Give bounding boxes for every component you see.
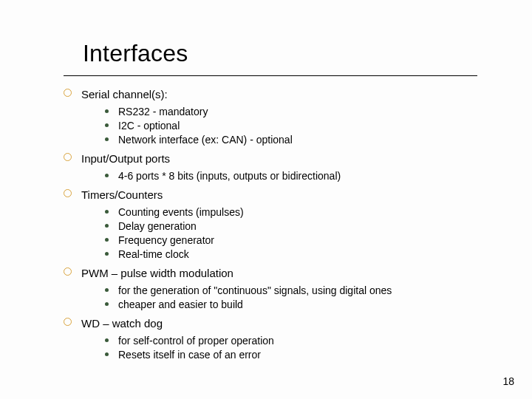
item-text: I2C - optional <box>118 120 180 132</box>
dot-icon <box>105 137 109 141</box>
dot-icon <box>105 123 109 127</box>
section-heading: Serial channel(s): <box>81 88 168 100</box>
item-text: 4-6 ports * 8 bits (inputs, outputs or b… <box>118 170 341 182</box>
list-item: Frequency generator <box>105 233 485 248</box>
sub-list: RS232 - mandatory I2C - optional Network… <box>81 105 485 147</box>
item-text: for self-control of proper operation <box>118 335 274 347</box>
dot-icon <box>105 238 109 242</box>
slide-content: Serial channel(s): RS232 - mandatory I2C… <box>64 87 485 366</box>
slide: Interfaces Serial channel(s): RS232 - ma… <box>0 0 532 399</box>
dot-icon <box>105 174 109 177</box>
item-text: RS232 - mandatory <box>118 106 208 117</box>
title-underline <box>64 75 477 76</box>
dot-icon <box>105 210 109 214</box>
list-item: for the generation of "continuous" signa… <box>105 284 485 298</box>
dot-icon <box>105 109 109 113</box>
item-text: Delay generation <box>118 220 197 232</box>
item-text: Frequency generator <box>118 234 214 246</box>
hollow-circle-icon <box>64 318 72 326</box>
list-item: RS232 - mandatory <box>105 105 485 119</box>
main-list: Serial channel(s): RS232 - mandatory I2C… <box>64 87 485 362</box>
item-text: for the generation of "continuous" signa… <box>118 284 392 296</box>
sub-list: for the generation of "continuous" signa… <box>81 284 485 312</box>
list-item: 4-6 ports * 8 bits (inputs, outputs or b… <box>105 169 485 183</box>
dot-icon <box>105 288 109 292</box>
sub-list: Counting events (impulses) Delay generat… <box>81 205 485 262</box>
section: Input/Output ports 4-6 ports * 8 bits (i… <box>64 151 485 183</box>
list-item: Network interface (ex: CAN) - optional <box>105 133 485 147</box>
list-item: cheaper and easier to build <box>105 298 485 312</box>
hollow-circle-icon <box>64 89 72 97</box>
dot-icon <box>105 252 109 256</box>
section-heading: Input/Output ports <box>81 152 170 165</box>
list-item: Real-time clock <box>105 248 485 262</box>
item-text: cheaper and easier to build <box>118 299 243 310</box>
list-item: I2C - optional <box>105 119 485 133</box>
sub-list: 4-6 ports * 8 bits (inputs, outputs or b… <box>81 169 485 183</box>
slide-title: Interfaces <box>83 40 188 67</box>
list-item: Delay generation <box>105 219 485 233</box>
list-item: for self-control of proper operation <box>105 334 485 348</box>
section-heading: PWM – pulse width modulation <box>81 267 233 279</box>
hollow-circle-icon <box>64 153 72 161</box>
section: Timers/Counters Counting events (impulse… <box>64 188 485 262</box>
dot-icon <box>105 338 109 342</box>
sub-list: for self-control of proper operation Res… <box>81 334 485 362</box>
section: PWM – pulse width modulation for the gen… <box>64 266 485 312</box>
section: Serial channel(s): RS232 - mandatory I2C… <box>64 87 485 147</box>
section: WD – watch dog for self-control of prope… <box>64 316 485 362</box>
section-heading: Timers/Counters <box>81 188 163 201</box>
item-text: Real-time clock <box>118 248 189 260</box>
item-text: Network interface (ex: CAN) - optional <box>118 134 293 146</box>
hollow-circle-icon <box>64 267 72 276</box>
hollow-circle-icon <box>64 189 72 197</box>
item-text: Resets itself in case of an error <box>118 349 261 361</box>
list-item: Resets itself in case of an error <box>105 348 485 362</box>
list-item: Counting events (impulses) <box>105 205 485 219</box>
item-text: Counting events (impulses) <box>118 206 244 218</box>
dot-icon <box>105 224 109 228</box>
dot-icon <box>105 302 109 306</box>
dot-icon <box>105 352 109 356</box>
section-heading: WD – watch dog <box>81 317 163 330</box>
page-number: 18 <box>502 375 514 387</box>
